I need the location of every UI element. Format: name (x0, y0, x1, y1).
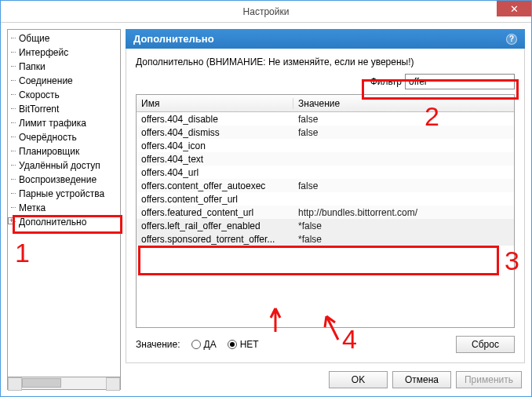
sidebar-item-advanced[interactable]: + Дополнительно (8, 215, 120, 229)
sidebar-item-remote[interactable]: Удалённый доступ (8, 158, 120, 173)
warning-text: Дополнительно (ВНИМАНИЕ: Не изменяйте, е… (136, 56, 515, 67)
window-title: Настройки (243, 6, 290, 17)
panel-header: Дополнительно ? (126, 29, 525, 49)
panel-body: Дополнительно (ВНИМАНИЕ: Не изменяйте, е… (126, 49, 525, 363)
value-row: Значение: ДА НЕТ Сброс (136, 328, 515, 356)
radio-icon (191, 340, 201, 349)
help-icon[interactable]: ? (506, 34, 517, 45)
sidebar-scrollbar[interactable] (7, 377, 121, 390)
filter-input[interactable] (405, 74, 515, 89)
expand-icon[interactable]: + (8, 217, 15, 224)
sidebar-item-limit[interactable]: Лимит трафика (8, 116, 120, 130)
sidebar-item-scheduler[interactable]: Планировщик (8, 144, 120, 158)
settings-window: Настройки ✕ Общие Интерфейс Папки Соедин… (0, 0, 532, 397)
scrollbar-thumb[interactable] (22, 378, 61, 388)
table-row[interactable]: offers.404_disablefalse (137, 112, 514, 126)
titlebar: Настройки ✕ (1, 1, 531, 23)
body: Общие Интерфейс Папки Соединение Скорост… (1, 23, 531, 396)
radio-yes[interactable]: ДА (191, 339, 217, 350)
close-button[interactable]: ✕ (497, 1, 531, 16)
main-panel: Дополнительно ? Дополнительно (ВНИМАНИЕ:… (126, 29, 525, 390)
filter-label: Фильтр (370, 76, 402, 87)
filter-row: Фильтр (136, 74, 515, 89)
col-name[interactable]: Имя (137, 98, 293, 109)
table-row[interactable]: offers.404_text (137, 152, 514, 166)
radio-icon (228, 340, 237, 349)
table-header: Имя Значение (137, 95, 514, 112)
settings-table: Имя Значение offers.404_disablefalse off… (136, 94, 515, 328)
sidebar-item-paired[interactable]: Парные устройства (8, 187, 120, 201)
reset-button[interactable]: Сброс (456, 336, 515, 353)
table-row[interactable]: offers.404_url (137, 166, 514, 179)
table-row[interactable]: offers.sponsored_torrent_offer...*false (137, 232, 514, 246)
sidebar-wrap: Общие Интерфейс Папки Соединение Скорост… (7, 29, 121, 390)
value-label: Значение: (136, 339, 180, 350)
sidebar-tree[interactable]: Общие Интерфейс Папки Соединение Скорост… (7, 29, 121, 377)
sidebar-item-bittorrent[interactable]: BitTorrent (8, 102, 120, 116)
sidebar-item-playback[interactable]: Воспроизведение (8, 173, 120, 187)
footer: OK Отмена Применить (126, 363, 525, 390)
table-row[interactable]: offers.featured_content_urlhttp://bundle… (137, 206, 514, 219)
sidebar-item-speed[interactable]: Скорость (8, 88, 120, 102)
sidebar-item-queue[interactable]: Очерёдность (8, 130, 120, 144)
radio-no[interactable]: НЕТ (228, 339, 259, 350)
sidebar-item-label[interactable]: Метка (8, 201, 120, 215)
table-row[interactable]: offers.404_dismissfalse (137, 126, 514, 139)
cancel-button[interactable]: Отмена (392, 371, 451, 388)
table-row[interactable]: offers.left_rail_offer_enabled*false (137, 219, 514, 232)
col-value[interactable]: Значение (293, 98, 514, 109)
apply-button[interactable]: Применить (456, 371, 522, 388)
sidebar-item-general[interactable]: Общие (8, 31, 120, 46)
sidebar-item-interface[interactable]: Интерфейс (8, 46, 120, 60)
sidebar-item-folders[interactable]: Папки (8, 60, 120, 74)
sidebar-item-connection[interactable]: Соединение (8, 74, 120, 88)
table-row[interactable]: offers.content_offer_autoexecfalse (137, 179, 514, 192)
panel-title: Дополнительно (133, 33, 214, 45)
ok-button[interactable]: OK (329, 371, 388, 388)
table-body[interactable]: offers.404_disablefalse offers.404_dismi… (137, 112, 514, 327)
table-row[interactable]: offers.404_icon (137, 139, 514, 152)
table-row[interactable]: offers.content_offer_url (137, 192, 514, 206)
